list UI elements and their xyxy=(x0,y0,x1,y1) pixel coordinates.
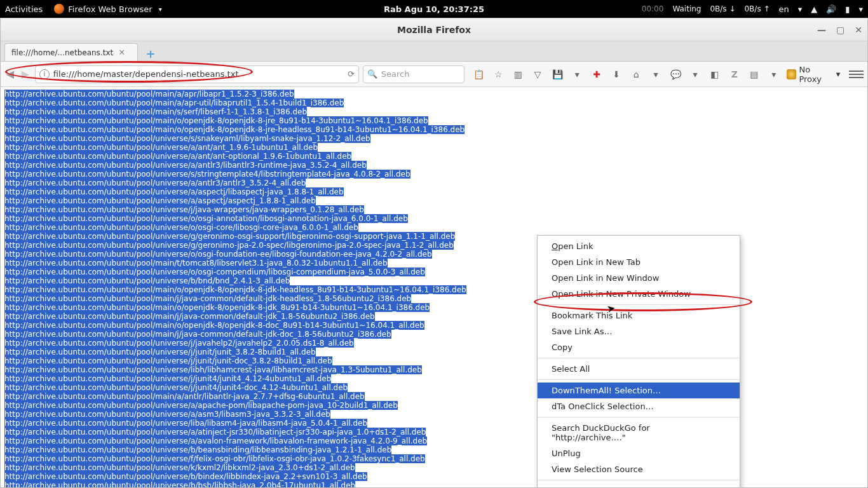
close-button[interactable]: ✕ xyxy=(855,25,862,35)
zotero-z-icon[interactable]: Z xyxy=(728,67,741,81)
ctx-open-new-tab[interactable]: Open Link in New Tab xyxy=(538,254,740,270)
foxyproxy-icon xyxy=(787,69,796,79)
context-menu: Open Link Open Link in New Tab Open Link… xyxy=(537,235,740,487)
ctx-open-private[interactable]: Open Link in New Private Window xyxy=(538,286,740,302)
clock[interactable]: Rab Agu 10, 20:37:25 xyxy=(384,4,484,14)
minimize-button[interactable]: — xyxy=(817,25,826,35)
ctx-search-ddg[interactable]: Search DuckDuckGo for "http://archive.…" xyxy=(538,420,740,445)
url-bar[interactable]: i file:///home/master/dependensi-netbean… xyxy=(35,65,359,83)
volume-icon[interactable]: 🔊 xyxy=(826,4,836,14)
ctx-unplug[interactable]: UnPlug xyxy=(538,445,740,461)
chevron-down-icon[interactable]: ▾ xyxy=(649,67,663,81)
separator xyxy=(538,480,740,480)
downloads-icon[interactable]: ⬇ xyxy=(610,67,623,81)
clipboard-icon[interactable]: 📋 xyxy=(472,67,485,81)
window-title: Mozilla Firefox xyxy=(397,25,471,35)
activities-button[interactable]: Activities xyxy=(5,4,43,14)
sidebar-icon[interactable]: ▥ xyxy=(512,67,525,81)
bookmark-star-icon[interactable]: ☆ xyxy=(492,67,505,81)
ctx-select-all[interactable]: Select All xyxy=(538,361,740,377)
ctx-bookmark-link[interactable]: Bookmark This Link xyxy=(538,308,740,323)
tab-bar: file:///home/...netbeans.txt ✕ + xyxy=(1,41,867,62)
firefox-window: Mozilla Firefox — ▢ ✕ file:///home/...ne… xyxy=(0,18,868,488)
browser-tab[interactable]: file:///home/...netbeans.txt ✕ xyxy=(4,43,138,61)
battery-icon[interactable]: ▮ xyxy=(845,4,850,14)
search-bar[interactable]: 🔍 Search xyxy=(363,65,465,83)
waiting-label: Waiting xyxy=(672,4,701,13)
gnome-top-panel: Activities Firefox Web Browser ▾ Rab Agu… xyxy=(0,0,868,18)
ctx-inspect-element[interactable]: Inspect Element (Q) xyxy=(538,483,740,487)
library-icon[interactable]: ▤ xyxy=(747,67,761,81)
addon-icon[interactable]: ✚ xyxy=(590,67,604,81)
chevron-down-icon[interactable]: ▾ xyxy=(767,67,780,81)
ctx-open-new-window[interactable]: Open Link in New Window xyxy=(538,270,740,286)
ctx-dta-oneclick[interactable]: dTa OneClick Selection… xyxy=(538,398,740,414)
language-indicator[interactable]: en xyxy=(779,4,789,14)
pocket-icon[interactable]: ▽ xyxy=(531,67,545,81)
timer-value: 00:00 xyxy=(642,4,664,13)
ctx-open-link[interactable]: Open Link xyxy=(538,238,740,254)
page-content[interactable]: http://archive.ubuntu.com/ubuntu/pool/ma… xyxy=(1,87,867,487)
url-text: file:///home/master/dependensi-netbeans.… xyxy=(53,69,348,79)
home-icon[interactable]: ⌂ xyxy=(630,67,643,81)
chevron-down-icon: ▾ xyxy=(159,6,162,13)
noproxy-button[interactable]: No Proxy ▾ xyxy=(787,65,840,84)
separator xyxy=(538,379,740,380)
search-icon: 🔍 xyxy=(367,69,377,79)
chevron-down-icon: ▾ xyxy=(798,4,803,14)
new-tab-button[interactable]: + xyxy=(142,46,159,61)
wifi-icon[interactable]: ▲ xyxy=(811,4,817,14)
ctx-copy[interactable]: Copy xyxy=(538,339,740,355)
hamburger-menu[interactable] xyxy=(849,67,864,82)
search-placeholder: Search xyxy=(381,69,410,79)
save-icon[interactable]: 💾 xyxy=(551,67,564,81)
separator xyxy=(538,358,740,358)
separator xyxy=(538,417,740,417)
net-up: 0B/s ↑ xyxy=(744,4,770,13)
forward-button[interactable]: ▶ xyxy=(20,67,31,82)
firefox-icon xyxy=(54,4,64,14)
chevron-down-icon[interactable]: ▾ xyxy=(571,67,584,81)
browser-toolbar: ◀ ▶ i file:///home/master/dependensi-net… xyxy=(1,62,867,87)
ctx-save-link-as[interactable]: Save Link As… xyxy=(538,323,740,339)
tab-label: file:///home/...netbeans.txt xyxy=(11,48,113,57)
chevron-down-icon[interactable]: ▾ xyxy=(689,67,702,81)
close-tab-icon[interactable]: ✕ xyxy=(118,48,125,57)
back-button[interactable]: ◀ xyxy=(4,67,16,82)
maximize-button[interactable]: ▢ xyxy=(836,25,844,35)
chevron-down-icon: ▾ xyxy=(836,69,841,79)
net-down: 0B/s ↓ xyxy=(710,4,735,13)
chat-icon[interactable]: 💬 xyxy=(669,67,682,81)
active-app-label[interactable]: Firefox Web Browser ▾ xyxy=(54,4,161,14)
ctx-view-source[interactable]: View Selection Source xyxy=(538,461,740,477)
info-icon[interactable]: i xyxy=(39,69,50,79)
titlebar: Mozilla Firefox — ▢ ✕ xyxy=(1,18,867,41)
shield-icon[interactable]: ◧ xyxy=(708,67,721,81)
reload-icon[interactable]: ⟳ xyxy=(348,69,355,79)
separator xyxy=(538,304,740,305)
chevron-down-icon: ▾ xyxy=(858,4,863,14)
ctx-downthemall-selection[interactable]: DownThemAll! Selection… xyxy=(538,383,740,398)
